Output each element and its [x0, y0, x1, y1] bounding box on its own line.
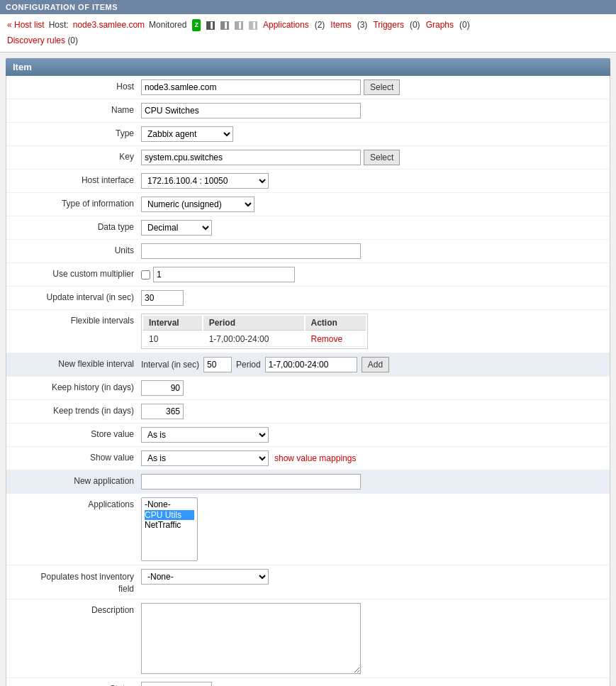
- name-row: Name: [6, 99, 610, 123]
- status-row: Status Enabled Disabled: [6, 678, 610, 686]
- graphs-count: (0): [459, 18, 470, 32]
- store-value-select[interactable]: As is Delta (speed per second) Delta (si…: [141, 427, 269, 443]
- description-textarea[interactable]: [141, 603, 361, 674]
- keep-trends-row: Keep trends (in days): [6, 400, 610, 424]
- keep-trends-label: Keep trends (in days): [13, 404, 141, 416]
- units-row: Units: [6, 240, 610, 263]
- icon-bar3: ▐: [235, 21, 243, 30]
- status-icon: Z: [192, 19, 201, 31]
- custom-multiplier-checkbox[interactable]: [141, 270, 150, 280]
- data-type-row: Data type Decimal Octal Hexadecimal Bool…: [6, 216, 610, 240]
- keep-trends-input[interactable]: [141, 404, 184, 419]
- triggers-count: (0): [410, 18, 420, 32]
- applications-control-area: -None- CPU Utils NetTraffic: [141, 497, 603, 561]
- keep-history-label: Keep history (in days): [13, 380, 141, 392]
- type-of-info-select[interactable]: Numeric (unsigned) Numeric (float) Chara…: [141, 197, 254, 212]
- data-type-label: Data type: [13, 220, 141, 232]
- units-input[interactable]: [141, 243, 361, 259]
- new-application-row: New application: [6, 470, 610, 494]
- type-select[interactable]: Zabbix agent Zabbix agent (active) Simpl…: [141, 126, 233, 142]
- row-interval: 10: [143, 332, 202, 347]
- host-label: Host:: [49, 18, 69, 32]
- page-title-bar: CONFIGURATION OF ITEMS: [0, 0, 616, 14]
- interval-sec-input[interactable]: [203, 357, 232, 372]
- col-action: Action: [306, 316, 366, 331]
- populates-inventory-row: Populates host inventory field -None-: [6, 565, 610, 599]
- status-control-area: Enabled Disabled: [141, 682, 603, 686]
- name-input[interactable]: [141, 103, 361, 118]
- items-count: (3): [357, 18, 368, 32]
- keep-history-input[interactable]: [141, 380, 184, 396]
- new-application-control-area: [141, 474, 603, 489]
- triggers-link[interactable]: Triggers: [371, 18, 405, 32]
- populates-inventory-select[interactable]: -None-: [141, 569, 269, 585]
- remove-link[interactable]: Remove: [311, 334, 343, 344]
- keep-history-control-area: [141, 380, 603, 396]
- host-interface-control-area: 172.16.100.4 : 10050: [141, 173, 603, 189]
- applications-link[interactable]: Applications: [262, 18, 310, 32]
- units-control-area: [141, 243, 603, 259]
- status-select[interactable]: Enabled Disabled: [141, 682, 212, 686]
- type-of-info-label: Type of information: [13, 197, 141, 209]
- host-interface-select[interactable]: 172.16.100.4 : 10050: [141, 173, 269, 189]
- host-select-button[interactable]: Select: [364, 79, 400, 95]
- key-select-button[interactable]: Select: [364, 150, 400, 165]
- period-label: Period: [236, 360, 261, 370]
- keep-history-row: Keep history (in days): [6, 377, 610, 400]
- update-interval-row: Update interval (in sec): [6, 287, 610, 310]
- flexible-intervals-row: Flexible intervals Interval Period Actio…: [6, 310, 610, 353]
- monitored-label: Monitored: [149, 18, 186, 32]
- host-list-link[interactable]: « Host list: [7, 18, 45, 32]
- table-row: 10 1-7,00:00-24:00 Remove: [143, 332, 366, 347]
- icon-bar4: ▐: [249, 21, 257, 30]
- period-input[interactable]: [265, 357, 357, 372]
- key-input[interactable]: [141, 150, 361, 165]
- type-control-area: Zabbix agent Zabbix agent (active) Simpl…: [141, 126, 603, 142]
- flexible-intervals-control-area: Interval Period Action 10 1-7,00:00-24:0…: [141, 314, 603, 349]
- page-title: CONFIGURATION OF ITEMS: [6, 3, 118, 11]
- custom-multiplier-input[interactable]: [153, 267, 295, 282]
- row-period: 1-7,00:00-24:00: [203, 332, 304, 347]
- applications-listbox[interactable]: -None- CPU Utils NetTraffic: [141, 497, 198, 561]
- new-application-input[interactable]: [141, 474, 361, 489]
- show-value-select[interactable]: As is: [141, 450, 269, 466]
- update-interval-input[interactable]: [141, 290, 184, 306]
- col-period: Period: [203, 316, 304, 331]
- custom-multiplier-control-area: [141, 267, 603, 282]
- breadcrumb-area: « Host list Host: node3.samlee.com Monit…: [0, 14, 616, 52]
- show-value-row: Show value As is show value mappings: [6, 447, 610, 470]
- show-value-label: Show value: [13, 450, 141, 463]
- store-value-row: Store value As is Delta (speed per secon…: [6, 424, 610, 447]
- host-row: Host Select: [6, 76, 610, 99]
- host-input[interactable]: [141, 79, 361, 95]
- new-application-label: New application: [13, 474, 141, 486]
- items-link[interactable]: Items: [329, 18, 352, 32]
- type-label: Type: [13, 126, 141, 138]
- status-label: Status: [13, 682, 141, 686]
- applications-form-label: Applications: [13, 497, 141, 509]
- discovery-link[interactable]: Discovery rules: [7, 35, 67, 45]
- name-label: Name: [13, 103, 141, 115]
- add-button[interactable]: Add: [362, 357, 389, 372]
- data-type-select[interactable]: Decimal Octal Hexadecimal Boolean: [141, 220, 212, 236]
- flexible-intervals-label: Flexible intervals: [13, 314, 141, 326]
- interval-sec-label: Interval (in sec): [141, 360, 199, 370]
- type-of-info-row: Type of information Numeric (unsigned) N…: [6, 193, 610, 216]
- interval-inline: Interval (in sec) Period Add: [141, 357, 389, 372]
- new-flexible-interval-label: New flexible interval: [13, 357, 141, 369]
- applications-row: Applications -None- CPU Utils NetTraffic: [6, 494, 610, 565]
- host-name-link[interactable]: node3.samlee.com: [73, 18, 145, 32]
- custom-multiplier-row: Use custom multiplier: [6, 263, 610, 287]
- keep-trends-control-area: [141, 404, 603, 419]
- flexible-intervals-table: Interval Period Action 10 1-7,00:00-24:0…: [141, 314, 368, 349]
- graphs-link[interactable]: Graphs: [425, 18, 455, 32]
- host-interface-row: Host interface 172.16.100.4 : 10050: [6, 170, 610, 193]
- new-flexible-interval-row: New flexible interval Interval (in sec) …: [6, 353, 610, 377]
- form-container: Host Select Name Type Zabbix agent Zabbi…: [6, 76, 610, 686]
- key-label: Key: [13, 150, 141, 162]
- show-value-mappings-link[interactable]: show value mappings: [274, 453, 356, 463]
- custom-multiplier-label: Use custom multiplier: [13, 267, 141, 279]
- host-control-area: Select: [141, 79, 603, 95]
- type-row: Type Zabbix agent Zabbix agent (active) …: [6, 123, 610, 146]
- key-control-area: Select: [141, 150, 603, 165]
